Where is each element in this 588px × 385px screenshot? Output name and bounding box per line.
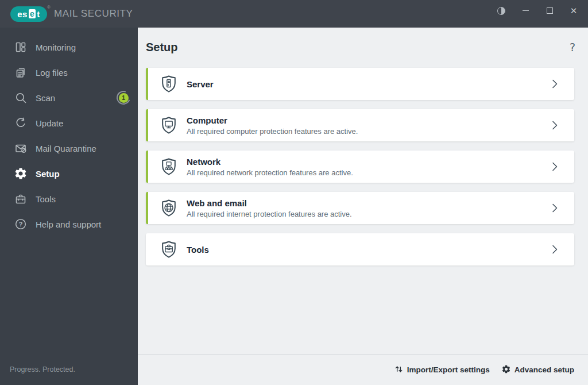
setup-card-network[interactable]: Network All required network protection …	[146, 151, 574, 183]
shield-toolbox-icon	[158, 239, 179, 260]
sidebar-item-label: Monitoring	[36, 43, 76, 52]
tagline: Progress. Protected.	[10, 365, 75, 374]
card-text: Web and email All required internet prot…	[187, 198, 352, 219]
sidebar-item-log-files[interactable]: Log files	[0, 60, 138, 85]
sidebar-item-setup[interactable]: Setup	[0, 161, 138, 186]
sidebar-nav: Monitoring Log files Scan 1 Update Mail …	[0, 28, 138, 237]
card-text: Network All required network protection …	[187, 156, 353, 178]
setup-card-tools[interactable]: Tools	[146, 233, 574, 265]
sidebar: Monitoring Log files Scan 1 Update Mail …	[0, 28, 138, 385]
page-title: Setup	[146, 41, 178, 54]
eset-logo: eset ®	[10, 6, 47, 22]
refresh-icon	[14, 116, 28, 130]
card-subtitle: All required network protection features…	[187, 168, 353, 178]
svg-text:?: ?	[19, 221, 23, 228]
sidebar-item-tools[interactable]: Tools	[0, 186, 138, 211]
badge-count: 1	[119, 93, 129, 103]
sidebar-item-label: Mail Quarantine	[36, 144, 96, 153]
card-title: Web and email	[187, 198, 352, 209]
maximize-button[interactable]	[537, 0, 562, 21]
sidebar-item-label: Help and support	[36, 220, 101, 229]
minimize-button[interactable]	[513, 0, 537, 21]
sidebar-item-label: Scan	[36, 93, 55, 103]
product-name: MAIL SECURITY	[54, 8, 133, 20]
gear-icon	[501, 364, 511, 376]
setup-card-list: Server Computer All required computer pr…	[138, 67, 588, 354]
search-icon	[14, 91, 28, 105]
sidebar-item-mail-quarantine[interactable]: Mail Quarantine	[0, 136, 138, 161]
window-controls: ✕	[489, 0, 586, 21]
card-subtitle: All required computer protection feature…	[187, 126, 358, 136]
main-header: Setup ?	[138, 28, 588, 67]
close-button[interactable]: ✕	[562, 0, 586, 21]
logo-text: es	[17, 9, 28, 19]
import-export-settings-button[interactable]: Import/Export settings	[394, 364, 490, 376]
advanced-setup-label: Advanced setup	[514, 365, 574, 374]
log-files-icon	[14, 66, 28, 79]
card-title: Tools	[187, 244, 209, 255]
sidebar-item-label: Setup	[36, 169, 60, 179]
toolbox-icon	[14, 192, 28, 206]
setup-card-computer[interactable]: Computer All required computer protectio…	[146, 109, 574, 141]
card-title: Network	[187, 156, 353, 167]
logo-text-tail: t	[37, 9, 40, 19]
chevron-right-icon	[549, 78, 560, 90]
gear-icon	[14, 167, 28, 180]
shield-computer-icon	[158, 115, 179, 136]
card-text: Server	[187, 79, 214, 90]
half-circle-icon	[497, 7, 505, 15]
card-title: Server	[187, 79, 214, 90]
sidebar-item-label: Log files	[36, 68, 68, 78]
registered-mark: ®	[47, 5, 51, 10]
sidebar-item-label: Update	[36, 118, 63, 128]
shield-network-icon	[158, 156, 179, 177]
sidebar-item-update[interactable]: Update	[0, 110, 138, 136]
import-export-label: Import/Export settings	[407, 365, 490, 374]
chevron-right-icon	[549, 161, 560, 172]
sidebar-item-scan[interactable]: Scan 1	[0, 85, 138, 110]
eset-logo-pill: eset	[10, 6, 47, 22]
close-icon: ✕	[570, 6, 578, 15]
setup-card-web-and-email[interactable]: Web and email All required internet prot…	[146, 192, 574, 224]
mail-quarantine-icon	[14, 141, 28, 155]
scan-count-badge: 1	[117, 91, 130, 105]
help-icon[interactable]: ?	[570, 41, 575, 53]
advanced-setup-button[interactable]: Advanced setup	[501, 364, 574, 376]
shield-globe-icon	[158, 198, 179, 218]
app-window: eset ® MAIL SECURITY ✕ Monitoring Log fi…	[0, 0, 588, 385]
chevron-right-icon	[549, 120, 560, 131]
sidebar-item-label: Tools	[36, 194, 56, 204]
contrast-toggle-icon[interactable]	[489, 0, 513, 21]
titlebar: eset ® MAIL SECURITY ✕	[0, 0, 588, 28]
minimize-icon	[523, 10, 529, 11]
footer: Import/Export settings Advanced setup	[138, 354, 588, 385]
help-circle-icon: ?	[14, 217, 28, 231]
logo-boxed-letter: e	[29, 9, 36, 18]
main-panel: Setup ? Server Computer All required com…	[138, 28, 588, 385]
chevron-right-icon	[549, 244, 560, 255]
import-export-arrows-icon	[394, 364, 404, 376]
card-text: Tools	[187, 244, 209, 255]
card-text: Computer All required computer protectio…	[187, 115, 358, 136]
card-title: Computer	[187, 115, 358, 126]
card-subtitle: All required internet protection feature…	[187, 209, 352, 219]
shield-server-icon	[158, 74, 179, 94]
chevron-right-icon	[549, 202, 560, 214]
sidebar-item-monitoring[interactable]: Monitoring	[0, 34, 138, 60]
maximize-icon	[547, 7, 553, 14]
sidebar-item-help-and-support[interactable]: ? Help and support	[0, 211, 138, 237]
setup-card-server[interactable]: Server	[146, 68, 574, 100]
monitoring-icon	[14, 40, 28, 54]
